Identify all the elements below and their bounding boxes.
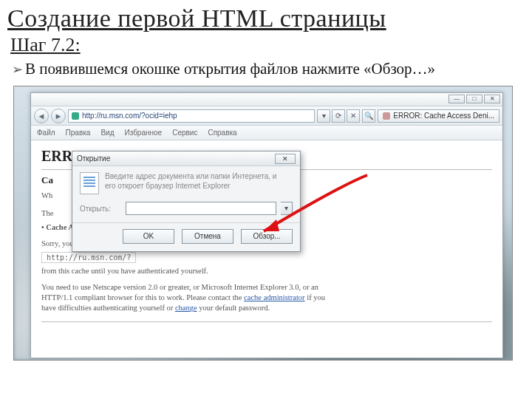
page-para-b-tail: if you bbox=[307, 293, 325, 301]
slide-body: ➢ В появившемся окошке открытия файлов н… bbox=[0, 59, 532, 78]
page-cache-line: from this cache until you have authentic… bbox=[41, 266, 492, 276]
address-text: http://ru.msn.com/?ocid=iehp bbox=[82, 112, 177, 120]
screenshot-frame: — □ ✕ ◄ ► http://ru.msn.com/?ocid=iehp ▾… bbox=[13, 86, 513, 361]
tab-favicon-icon bbox=[383, 112, 390, 120]
dialog-desc-line1: Введите адрес документа или папки Интерн… bbox=[105, 172, 276, 182]
window-maximize-button[interactable]: □ bbox=[466, 95, 482, 103]
browse-button[interactable]: Обзор... bbox=[241, 229, 293, 244]
slide-title: Создание первой HTML страницы bbox=[0, 0, 532, 33]
open-label: Открыть: bbox=[80, 205, 121, 213]
stop-button[interactable]: ✕ bbox=[347, 109, 360, 123]
back-button[interactable]: ◄ bbox=[34, 109, 49, 123]
bullet-arrow-icon: ➢ bbox=[12, 61, 23, 78]
nav-toolbar: ◄ ► http://ru.msn.com/?ocid=iehp ▾ ⟳ ✕ 🔍… bbox=[31, 106, 502, 126]
change-link[interactable]: change bbox=[175, 304, 197, 312]
search-button[interactable]: 🔍 bbox=[362, 109, 375, 123]
tab-error[interactable]: ERROR: Cache Access Deni... bbox=[378, 109, 499, 123]
address-bar[interactable]: http://ru.msn.com/?ocid=iehp bbox=[68, 109, 315, 123]
dialog-desc-line2: его откроет браузер Internet Explorer bbox=[105, 182, 276, 191]
cancel-button[interactable]: Отмена bbox=[182, 229, 233, 244]
window-close-button[interactable]: ✕ bbox=[484, 95, 500, 103]
tab-title-text: ERROR: Cache Access Deni... bbox=[393, 112, 494, 120]
browser-window: — □ ✕ ◄ ► http://ru.msn.com/?ocid=iehp ▾… bbox=[30, 92, 503, 358]
menu-tools[interactable]: Сервис bbox=[172, 129, 197, 137]
open-input[interactable] bbox=[126, 202, 276, 215]
page-para-b: HTTP/1.1 compliant browser for this to w… bbox=[41, 293, 244, 301]
menu-bar: Файл Правка Вид Избранное Сервис Справка bbox=[31, 126, 502, 140]
dialog-title-text: Открытие bbox=[77, 154, 110, 163]
page-para-c: have difficulties authenticating yoursel… bbox=[41, 304, 175, 312]
page-line-the: The bbox=[41, 209, 53, 217]
step-label: Шаг 7.2: bbox=[0, 33, 532, 59]
dialog-close-button[interactable]: ✕ bbox=[275, 154, 296, 164]
menu-view[interactable]: Вид bbox=[100, 129, 114, 137]
cache-admin-link[interactable]: cache administrator bbox=[244, 293, 305, 301]
slide-body-text: В появившемся окошке открытия файлов наж… bbox=[25, 60, 435, 78]
window-minimize-button[interactable]: — bbox=[449, 95, 465, 103]
dialog-description: Введите адрес документа или папки Интерн… bbox=[105, 172, 276, 191]
menu-fav[interactable]: Избранное bbox=[124, 129, 162, 137]
page-para-c-tail: your default password. bbox=[199, 304, 270, 312]
menu-help[interactable]: Справка bbox=[208, 129, 236, 137]
address-dropdown-button[interactable]: ▾ bbox=[317, 109, 330, 123]
open-dialog: Открытие ✕ Введите адрес документа или п… bbox=[72, 151, 301, 252]
ok-button[interactable]: OK bbox=[123, 229, 174, 244]
dialog-titlebar: Открытие ✕ bbox=[72, 151, 300, 166]
page-para-a: You need to use Netscape version 2.0 or … bbox=[41, 283, 318, 291]
open-dropdown-button[interactable]: ▾ bbox=[281, 202, 293, 215]
menu-edit[interactable]: Правка bbox=[66, 129, 91, 137]
document-icon bbox=[80, 172, 99, 194]
menu-file[interactable]: Файл bbox=[37, 129, 55, 137]
favicon-icon bbox=[72, 112, 79, 120]
refresh-button[interactable]: ⟳ bbox=[332, 109, 345, 123]
page-url-box: http://ru.msn.com/? bbox=[41, 252, 136, 263]
forward-button[interactable]: ► bbox=[51, 109, 66, 123]
window-titlebar: — □ ✕ bbox=[31, 93, 502, 106]
